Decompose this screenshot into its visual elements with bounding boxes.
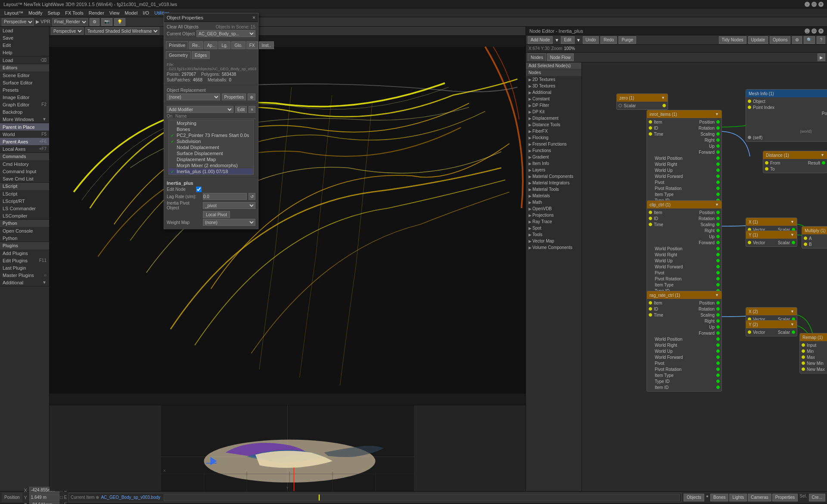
- sidebar-item-last-plugin[interactable]: Last Plugin: [0, 264, 49, 271]
- tab-glo[interactable]: Glo.: [231, 41, 245, 49]
- minimize-btn[interactable]: -: [805, 2, 810, 7]
- current-object-select[interactable]: AC_GEO_Body_sp...: [196, 30, 255, 37]
- sidebar-item-additional[interactable]: Additional ▼: [0, 279, 49, 286]
- node-y2-header[interactable]: Y (2) ▼: [746, 320, 797, 328]
- cat-material-tools[interactable]: ▶ Material Tools: [526, 186, 581, 193]
- z-position-field[interactable]: -24.641mm: [29, 501, 59, 504]
- edit-btn[interactable]: Edit: [561, 36, 574, 44]
- sidebar-item-lscript-rt[interactable]: LScript/RT: [0, 197, 49, 205]
- lag-rate-reset-btn[interactable]: ↺: [249, 193, 255, 200]
- bottom-viewport[interactable]: X Y: [50, 405, 525, 491]
- cat-math[interactable]: ▶ Math: [526, 199, 581, 205]
- sidebar-item-save-cmd-list[interactable]: Save Cmd List: [0, 175, 49, 182]
- cat-vector-map[interactable]: ▶ Vector Map: [526, 238, 581, 244]
- sidebar-item-graph-editor[interactable]: Graph Editor F2: [0, 101, 49, 108]
- sidebar-item-open-console[interactable]: Open Console: [0, 227, 49, 234]
- cat-constant[interactable]: ▶ Constant: [526, 96, 581, 102]
- menu-item-layout[interactable]: Layout™: [2, 10, 26, 16]
- cat-3d-textures[interactable]: ▶ 3D Textures: [526, 83, 581, 89]
- cat-fiberfx[interactable]: ▶ FiberFX: [526, 128, 581, 134]
- cat-item-info[interactable]: ▶ Item Info: [526, 160, 581, 167]
- render-btn[interactable]: ⚙: [90, 18, 99, 26]
- tab-primitive[interactable]: Primitive: [166, 41, 188, 49]
- sidebar-item-add-plugins[interactable]: Add Plugins: [0, 249, 49, 257]
- modifier-surface-displacement[interactable]: Surface Displacement: [169, 150, 253, 156]
- maximize-btn[interactable]: □: [811, 2, 817, 7]
- shading-mode-select[interactable]: Textured Shaded Solid Wireframe: [85, 27, 159, 35]
- cat-material-components[interactable]: ▶ Material Components: [526, 173, 581, 180]
- tab-cameras[interactable]: Cameras: [748, 494, 771, 501]
- options-btn[interactable]: Options: [770, 36, 790, 44]
- tab-bones[interactable]: Bones: [710, 494, 728, 501]
- render-preset-select[interactable]: Final_Render: [52, 18, 88, 26]
- sidebar-item-parent-axes[interactable]: Parent Axes +F6: [0, 138, 49, 145]
- ne-settings-btn[interactable]: ⚙: [792, 36, 802, 44]
- sidebar-item-surface-editor[interactable]: Surface Editor: [0, 79, 49, 86]
- cat-additional[interactable]: ▶ Additional: [526, 89, 581, 96]
- modifier-inertia-plus[interactable]: ✓ Inertia_plus (1.00) 07/18: [169, 168, 253, 174]
- tab-nodes[interactable]: Nodes: [528, 53, 546, 61]
- menu-item-view[interactable]: View: [107, 10, 122, 16]
- node-clip-ctrl-header[interactable]: clip_ctrl (1) ▼: [647, 201, 721, 208]
- pivot-object-select[interactable]: _pivot: [203, 202, 255, 209]
- tab-re[interactable]: Re..: [189, 41, 203, 49]
- cat-dp-filter[interactable]: ▶ DP Filter: [526, 102, 581, 109]
- node-inrot-header[interactable]: inrot_items (1) ▼: [647, 110, 721, 118]
- node-canvas[interactable]: zero (1) ▼ Scalar inrot_items (1): [582, 62, 827, 491]
- properties-btn[interactable]: Properties: [222, 93, 246, 100]
- cat-projections[interactable]: ▶ Projections: [526, 212, 581, 218]
- tab-node-flow[interactable]: Node Flow: [547, 53, 574, 61]
- tab-edges[interactable]: Edges: [192, 51, 210, 59]
- cat-materials[interactable]: ▶ Materials: [526, 193, 581, 199]
- tidy-nodes-btn[interactable]: Tidy Nodes: [719, 36, 746, 44]
- node-rag-rate-header[interactable]: rag_rate_ctrl (1) ▼: [647, 291, 721, 299]
- edit-node-checkbox[interactable]: [196, 187, 202, 192]
- cat-tools[interactable]: ▶ Tools: [526, 231, 581, 238]
- sidebar-item-cmd-history[interactable]: Cmd History: [0, 160, 49, 168]
- y-position-field[interactable]: 1.649 m: [29, 494, 59, 501]
- local-pivot-btn[interactable]: Local Pivot: [203, 211, 230, 218]
- sidebar-item-image-editor[interactable]: Image Editor: [0, 93, 49, 101]
- tab-fx[interactable]: FX: [246, 41, 258, 49]
- node-x1-header[interactable]: X (1) ▼: [746, 218, 797, 226]
- properties-timeline-btn[interactable]: Properties: [772, 494, 798, 501]
- cat-openvdb[interactable]: ▶ OpenVDB: [526, 205, 581, 212]
- close-btn[interactable]: ×: [818, 2, 824, 7]
- modifier-morphing[interactable]: Morphing: [169, 120, 253, 126]
- ne-minimize-btn[interactable]: _: [805, 28, 810, 34]
- sidebar-item-clear-scene[interactable]: Load ⌫: [0, 56, 49, 64]
- node-zero-header[interactable]: zero (1) ▼: [617, 94, 668, 102]
- cat-dp-kit[interactable]: ▶ DP Kit: [526, 109, 581, 115]
- tab-objects[interactable]: Objects: [684, 494, 704, 501]
- ne-help-btn[interactable]: ?: [817, 36, 825, 44]
- sidebar-item-parent-in-place[interactable]: Parent in Place: [0, 123, 49, 131]
- sidebar-item-edit[interactable]: Edit: [0, 41, 49, 49]
- ne-close-btn[interactable]: ×: [818, 28, 824, 34]
- sidebar-item-world-axes[interactable]: World F5: [0, 131, 49, 138]
- menu-item-io[interactable]: I/O: [140, 10, 152, 16]
- cat-displacement[interactable]: ▶ Displacement: [526, 115, 581, 121]
- sidebar-item-lscript[interactable]: LScript: [0, 190, 49, 197]
- modifier-pc2[interactable]: ✓ PC2_Pointer 73 Frames Start 0.0s: [169, 132, 253, 138]
- update-btn[interactable]: Update: [748, 36, 768, 44]
- obj-replace-select[interactable]: (none): [167, 93, 220, 100]
- sidebar-item-backdrop[interactable]: Backdrop: [0, 108, 49, 115]
- modifier-del-btn[interactable]: ×: [249, 106, 255, 113]
- tab-ap[interactable]: Ap..: [204, 41, 218, 49]
- redo-btn[interactable]: Redo: [600, 36, 617, 44]
- obj-replace-extra-btn[interactable]: ⊕: [248, 93, 255, 100]
- cat-spot[interactable]: ▶ Spot: [526, 225, 581, 231]
- node-remap-header[interactable]: Remap (1) ▼: [800, 333, 827, 341]
- modifier-edit-btn[interactable]: Edit: [235, 106, 247, 113]
- cat-gradient[interactable]: ▶ Gradient: [526, 154, 581, 160]
- cat-fresnel[interactable]: ▶ Fresnel Functions: [526, 141, 581, 147]
- sidebar-item-master-plugins[interactable]: Master Plugins ○: [0, 271, 49, 279]
- add-modifier-select[interactable]: Add Modifier: [167, 106, 233, 113]
- lag-rate-input[interactable]: 0.0: [203, 193, 247, 200]
- sidebar-item-more-windows[interactable]: More Windows ▼: [0, 115, 49, 123]
- sidebar-item-help[interactable]: Help: [0, 49, 49, 56]
- cat-functions[interactable]: ▶ Functions: [526, 147, 581, 154]
- ne-tab-settings-btn[interactable]: ▶: [818, 53, 825, 61]
- tab-lg[interactable]: Lg.: [218, 41, 230, 49]
- add-node-btn[interactable]: Add Node: [528, 36, 553, 44]
